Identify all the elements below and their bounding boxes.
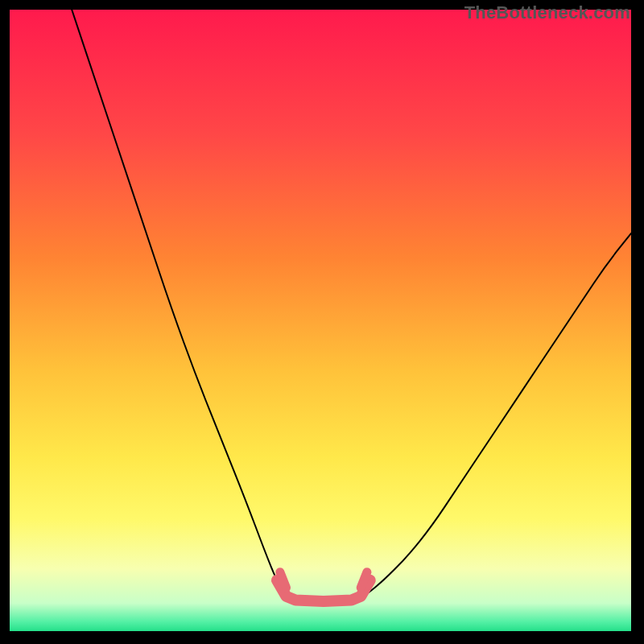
- bottleneck-chart: [10, 10, 631, 631]
- watermark-text: TheBottleneck.com: [464, 2, 630, 23]
- chart-frame: [10, 10, 631, 631]
